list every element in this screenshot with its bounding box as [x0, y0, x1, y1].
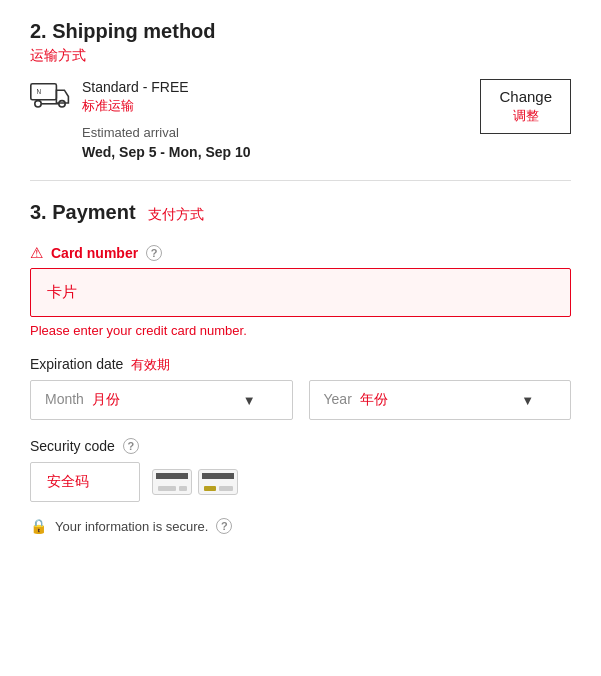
secure-help-icon[interactable]: ? [216, 518, 232, 534]
expiration-cn: 有效期 [131, 356, 170, 374]
secure-text: Your information is secure. [55, 519, 208, 534]
security-code-section: Security code ? 安全码 [30, 438, 571, 502]
year-label: Year 年份 [324, 391, 522, 409]
card-number-label: Card number [51, 245, 138, 261]
card-icon-1 [152, 469, 192, 495]
svg-rect-0 [31, 84, 57, 100]
card-number-input-wrapper[interactable]: 卡片 [30, 268, 571, 317]
card-help-icon[interactable]: ? [146, 245, 162, 261]
card-icon-2 [198, 469, 238, 495]
month-label: Month 月份 [45, 391, 243, 409]
payment-section-title: 3. Payment [30, 201, 136, 224]
lock-icon: 🔒 [30, 518, 47, 534]
change-btn-label: Change [499, 88, 552, 105]
shipping-method-label: Standard - FREE [82, 79, 251, 95]
month-chevron-icon: ▼ [243, 393, 256, 408]
month-field: Month 月份 ▼ [30, 380, 293, 420]
change-btn-cn: 调整 [513, 107, 539, 125]
shipping-subtitle: 运输方式 [30, 47, 571, 65]
shipping-section-title: 2. Shipping method [30, 20, 216, 43]
shipping-section: 2. Shipping method 运输方式 N Standard - FRE… [30, 20, 571, 160]
card-number-field: ⚠ Card number ? 卡片 Please enter your cre… [30, 244, 571, 338]
security-label: Security code [30, 438, 115, 454]
card-number-placeholder: 卡片 [47, 283, 77, 300]
year-select[interactable]: Year 年份 ▼ [309, 380, 572, 420]
shipping-title-row: 2. Shipping method [30, 20, 571, 43]
year-field: Year 年份 ▼ [309, 380, 572, 420]
card-error-message: Please enter your credit card number. [30, 323, 571, 338]
month-select[interactable]: Month 月份 ▼ [30, 380, 293, 420]
svg-point-1 [35, 101, 41, 107]
svg-point-2 [59, 101, 65, 107]
shipping-method-cn: 标准运输 [82, 97, 251, 115]
change-button[interactable]: Change 调整 [480, 79, 571, 134]
payment-section: 3. Payment 支付方式 ⚠ Card number ? 卡片 Pleas… [30, 201, 571, 534]
section-divider [30, 180, 571, 181]
expiration-label: Expiration date [30, 356, 123, 372]
security-help-icon[interactable]: ? [123, 438, 139, 454]
payment-subtitle: 支付方式 [148, 206, 204, 224]
card-icons [152, 469, 238, 495]
expiration-section: Expiration date 有效期 Month 月份 ▼ Year 年份 [30, 356, 571, 420]
truck-icon: N [30, 79, 70, 111]
security-input-box[interactable]: 安全码 [30, 462, 140, 502]
secure-row: 🔒 Your information is secure. ? [30, 518, 571, 534]
arrival-date: Wed, Sep 5 - Mon, Sep 10 [82, 144, 251, 160]
year-chevron-icon: ▼ [521, 393, 534, 408]
estimated-label: Estimated arrival [82, 125, 251, 140]
warning-icon: ⚠ [30, 244, 43, 262]
svg-text:N: N [36, 88, 41, 95]
